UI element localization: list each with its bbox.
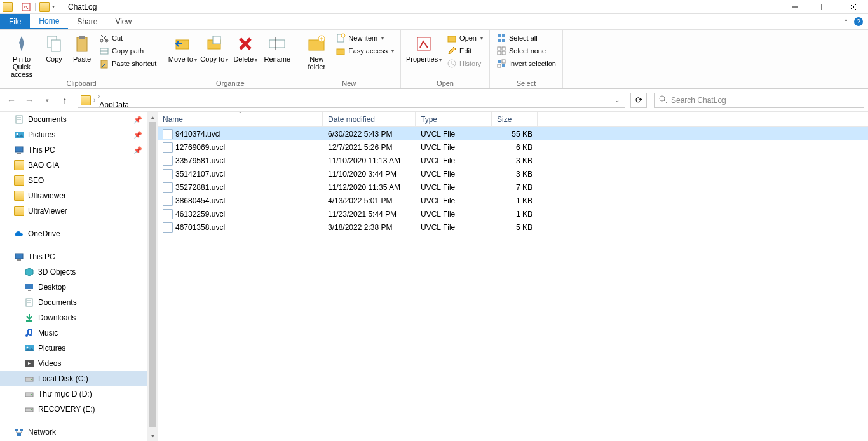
column-date[interactable]: Date modified [323,112,416,126]
svg-rect-32 [502,47,505,50]
navigation-pane[interactable]: Documents📌Pictures📌This PC📌BAO GIASEOUlt… [0,112,158,441]
ribbon: Pin to Quick access Copy Paste Cut Copy … [0,29,868,89]
group-label-clipboard: Clipboard [4,78,159,88]
select-all-button[interactable]: Select all [494,32,559,44]
breadcrumb-dropdown-icon[interactable]: ⌄ [611,97,623,104]
svg-point-39 [660,96,665,101]
nav-pc-item[interactable]: Downloads [0,310,158,325]
nav-quick-item[interactable]: Pictures📌 [0,127,158,142]
tab-file[interactable]: File [0,14,30,29]
file-icon [163,196,173,206]
nav-pc-item[interactable]: Thư mục D (D:) [0,386,158,402]
nav-pc-item[interactable]: RECOVERY (E:) [0,402,158,417]
column-headers[interactable]: Name˄ Date modified Type Size [158,112,868,127]
svg-rect-33 [498,51,501,55]
copy-path-button[interactable]: Copy path [97,45,159,57]
properties-button[interactable]: Properties▾ [405,31,443,64]
tab-view[interactable]: View [106,14,140,29]
recent-locations-button[interactable]: ▾ [39,93,55,108]
tab-home[interactable]: Home [30,14,68,29]
file-row[interactable]: 38680454.uvcl4/13/2022 5:01 PMUVCL File1… [158,194,868,207]
nav-pc-item[interactable]: Local Disk (C:) [0,371,158,386]
nav-this-pc[interactable]: This PC [0,249,158,264]
easy-access-button[interactable]: Easy access▾ [333,45,397,57]
column-size[interactable]: Size [492,112,538,126]
file-row[interactable]: 46132259.uvcl11/23/2021 5:44 PMUVCL File… [158,207,868,221]
select-none-button[interactable]: Select none [494,45,559,57]
search-input[interactable]: Search ChatLog [654,93,864,108]
invert-selection-button[interactable]: Invert selection [494,58,559,69]
nav-quick-item[interactable]: SEO [0,173,158,188]
delete-button[interactable]: Delete▾ [231,31,260,64]
svg-point-62 [31,379,32,380]
new-folder-button[interactable]: New folder [301,31,332,71]
back-button[interactable]: ← [4,93,19,108]
file-icon [163,222,173,233]
minimize-button[interactable] [780,0,810,14]
nav-onedrive[interactable]: OneDrive [0,226,158,241]
nav-pc-item[interactable]: Videos [0,356,158,371]
history-button[interactable]: History [444,58,485,69]
ribbon-group-organize: Move to▾ Copy to▾ Delete▾ Rename Organiz… [163,30,297,88]
rename-button[interactable]: Rename [261,31,293,63]
scroll-up-icon[interactable]: ▴ [147,112,158,122]
svg-rect-7 [77,37,87,51]
help-icon[interactable]: ? [854,17,863,26]
group-label-open: Open [405,78,485,88]
nav-quick-item[interactable]: UltraViewer [0,203,158,219]
forward-button[interactable]: → [22,93,37,108]
breadcrumb[interactable]: › This PC›Local Disk (C:)›Users›Administ… [78,93,625,108]
tab-share[interactable]: Share [68,14,106,29]
cut-button[interactable]: Cut [97,32,159,44]
nav-quick-item[interactable]: Ultraviewer [0,188,158,203]
svg-point-56 [25,334,28,337]
svg-point-22 [341,34,345,37]
file-row[interactable]: 35272881.uvcl11/12/2020 11:35 AMUVCL Fil… [158,180,868,194]
svg-rect-34 [502,51,505,55]
file-row[interactable]: 46701358.uvcl3/18/2022 2:38 PMUVCL File5… [158,221,868,234]
breadcrumb-folder-icon [81,95,91,105]
navpane-scrollbar[interactable]: ▴ ▾ [147,112,158,441]
file-row[interactable]: 12769069.uvcl12/7/2021 5:26 PMUVCL File6… [158,140,868,154]
edit-button[interactable]: Edit [444,45,485,57]
nav-quick-item[interactable]: This PC📌 [0,142,158,158]
paste-button[interactable]: Paste [69,31,95,63]
move-to-button[interactable]: Move to▾ [167,31,198,64]
ribbon-collapse-icon[interactable]: ˄ [844,18,848,25]
column-type[interactable]: Type [416,112,492,126]
qat-dropdown-icon[interactable]: ▾ [51,4,56,10]
scroll-down-icon[interactable]: ▾ [147,431,158,441]
up-button[interactable]: ↑ [57,93,72,108]
nav-quick-item[interactable]: BAO GIA [0,158,158,173]
svg-rect-69 [17,433,21,436]
scroll-thumb[interactable] [149,122,156,427]
nav-pc-item[interactable]: Pictures [0,341,158,356]
copy-button[interactable]: Copy [41,31,67,63]
file-row[interactable]: 35142107.uvcl11/10/2020 3:44 PMUVCL File… [158,167,868,180]
nav-pc-item[interactable]: Music [0,325,158,341]
nav-pc-item[interactable]: Desktop [0,280,158,295]
window-title: ChatLog [68,3,97,11]
qat-properties-icon[interactable] [21,2,31,12]
refresh-button[interactable]: ⟳ [630,93,647,108]
column-name[interactable]: Name˄ [158,112,323,126]
qat-folder-icon[interactable] [39,2,50,12]
nav-network[interactable]: Network [0,424,158,440]
maximize-button[interactable] [810,0,839,14]
nav-pc-item[interactable]: 3D Objects [0,264,158,280]
nav-quick-item[interactable]: Documents📌 [0,112,158,127]
close-button[interactable] [839,0,868,14]
file-row[interactable]: 33579581.uvcl11/10/2020 11:13 AMUVCL Fil… [158,154,868,167]
svg-point-64 [31,394,32,395]
paste-shortcut-button[interactable]: Paste shortcut [97,58,159,69]
new-item-button[interactable]: New item▾ [333,32,397,44]
file-icon [163,129,173,139]
open-button[interactable]: Open▾ [444,32,485,44]
pin-to-quick-access-button[interactable]: Pin to Quick access [4,31,39,78]
breadcrumb-segment[interactable]: AppData [97,100,152,108]
svg-rect-31 [498,47,501,50]
svg-point-66 [31,409,32,410]
copy-to-button[interactable]: Copy to▾ [199,31,229,64]
nav-pc-item[interactable]: Documents [0,295,158,310]
file-row[interactable]: 9410374.uvcl6/30/2022 5:43 PMUVCL File55… [158,127,868,140]
